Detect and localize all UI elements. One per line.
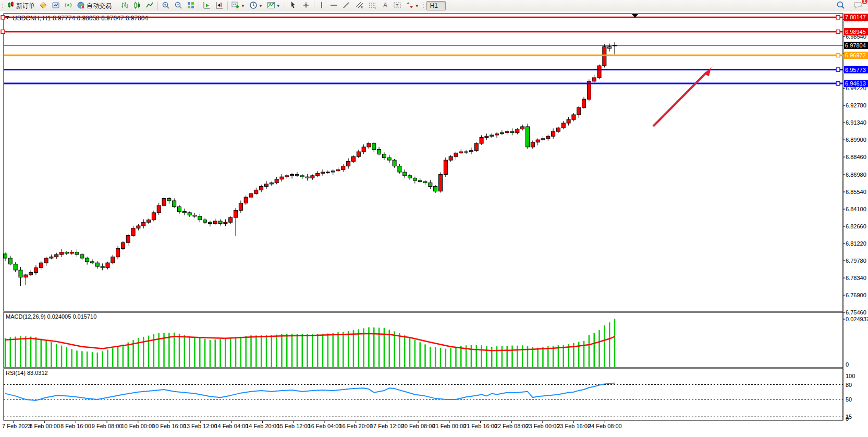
candle-body (525, 127, 529, 147)
text-tool-button[interactable]: A (380, 0, 391, 11)
candle-body (173, 201, 176, 207)
vertical-line-tool-button[interactable] (316, 0, 327, 11)
hline-6.95773-right-handle[interactable] (836, 68, 840, 71)
chevron-down-icon: ▼ (276, 4, 280, 8)
candle-body (597, 66, 601, 78)
candle-body (300, 176, 304, 177)
candle-body (347, 161, 350, 166)
chart-window[interactable]: 6.999806.985406.971006.956606.942206.927… (0, 11, 868, 437)
tile-windows-button[interactable] (185, 0, 197, 11)
chat-button[interactable]: 1 (851, 0, 865, 11)
candle-body (577, 107, 581, 115)
candle-body (182, 212, 186, 213)
hline-6.98945-left-handle[interactable] (1, 30, 5, 33)
auto-scroll-icon (203, 1, 211, 11)
rsi-label: RSI(14) 83.0312 (6, 370, 48, 376)
horizontal-line-tool-button[interactable] (327, 0, 340, 11)
main-chart-panel[interactable] (4, 14, 843, 311)
candle-body (434, 186, 437, 191)
hline-6.96972-right-handle[interactable] (836, 54, 840, 57)
chart-title: USDCNH, H1 6.97774 6.98058 6.97047 6.978… (13, 15, 149, 22)
horizontal-line-icon (329, 1, 338, 11)
candle-body (438, 175, 442, 191)
candle-body (552, 131, 555, 136)
candle-body (608, 46, 612, 48)
auto-scroll-button[interactable] (201, 0, 213, 11)
timeframe-h1-button[interactable]: H1 (426, 1, 446, 10)
candle-body (177, 207, 181, 211)
deposit-button[interactable] (37, 0, 50, 11)
signals-button[interactable] (62, 0, 75, 11)
bar-chart-icon (120, 1, 129, 11)
rsi-panel[interactable] (4, 369, 843, 420)
market-watch-button[interactable] (50, 0, 62, 11)
rsi-scale-label: 100 (846, 373, 855, 379)
cursor-tool-button[interactable] (287, 0, 300, 11)
candle-body (75, 252, 79, 255)
hline-7.00147-right-handle[interactable] (836, 16, 840, 19)
candle-body (8, 258, 12, 264)
candle-body (80, 254, 84, 258)
candle-body (60, 252, 64, 255)
candle-body (326, 172, 329, 173)
candle-body (239, 203, 242, 211)
time-axis-label: 7 Feb 2023 (2, 423, 31, 429)
candle-body (495, 134, 499, 135)
time-axis-label: 8 Feb 00:00 (29, 423, 60, 429)
zoom-out-button[interactable] (172, 0, 185, 11)
main-toolbar: 新订单 自动交易 ▼ ▼ ▼ E F A T ▼ M1M5M15M30H1H4D… (0, 0, 868, 12)
indicators-button[interactable]: ▼ (229, 0, 247, 11)
candle-body (188, 213, 191, 215)
fibonacci-tool-button[interactable]: F (366, 0, 380, 11)
candle-body (531, 142, 534, 147)
autotrading-globe-icon (77, 1, 85, 11)
candle-body (152, 213, 155, 220)
rsi-scale-label: 80 (846, 382, 852, 388)
svg-text:E: E (361, 6, 363, 9)
vertical-line-icon (318, 1, 325, 11)
candle-body (131, 228, 135, 236)
candle-body (316, 173, 320, 176)
candle-body (556, 128, 560, 131)
candle-body (101, 266, 104, 268)
trendline-icon (342, 1, 350, 11)
hline-7.00147-left-handle[interactable] (1, 16, 5, 19)
price-axis-tick-label: 6.78340 (846, 275, 866, 281)
candle-body (85, 258, 89, 262)
cursor-icon (289, 1, 298, 11)
line-chart-button[interactable] (143, 0, 156, 11)
crosshair-icon (302, 1, 310, 11)
candle-body (408, 176, 412, 178)
hline-6.98945-right-handle[interactable] (836, 30, 840, 33)
candle-body (234, 210, 238, 217)
candle-body (19, 270, 22, 277)
hline-6.98945-badge-label: 6.98945 (845, 29, 866, 35)
time-axis-label: 16 Feb 04:00 (308, 423, 342, 429)
chart-shift-button[interactable] (213, 0, 226, 11)
candle-body (398, 166, 401, 172)
periods-button[interactable]: ▼ (247, 0, 265, 11)
equidistant-channel-tool-button[interactable]: E (352, 0, 366, 11)
candle-body (126, 235, 130, 242)
zoom-in-button[interactable] (160, 0, 172, 11)
candle-body (429, 183, 432, 187)
toolbar-grip (1, 2, 4, 10)
hline-6.94613-right-handle[interactable] (836, 82, 840, 86)
arrows-tool-button[interactable]: ▼ (404, 0, 421, 11)
crosshair-tool-button[interactable] (300, 0, 312, 11)
candle (474, 142, 478, 152)
candle-body (418, 180, 422, 181)
text-label-tool-button[interactable]: T (391, 0, 404, 11)
new-order-icon (7, 1, 15, 10)
candle-body (70, 252, 74, 253)
candlestick-chart-button[interactable] (131, 0, 143, 11)
autotrading-button[interactable]: 自动交易 (75, 0, 114, 11)
bar-chart-button[interactable] (118, 0, 131, 11)
bid-price-badge-label: 6.97804 (845, 42, 866, 48)
template-icon (267, 1, 275, 11)
trendline-tool-button[interactable] (340, 0, 352, 11)
search-button[interactable] (834, 0, 847, 11)
new-order-button[interactable]: 新订单 (5, 0, 37, 11)
candle-body (111, 257, 115, 263)
templates-button[interactable]: ▼ (265, 0, 283, 11)
